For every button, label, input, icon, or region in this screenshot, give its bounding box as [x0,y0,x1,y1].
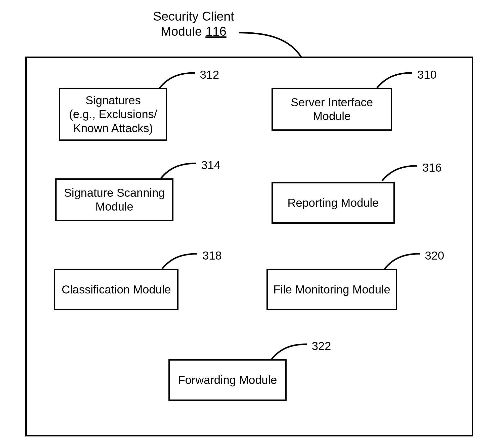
module-box: Server Interface Module [272,88,392,131]
module-line2: Module [96,200,133,213]
module-line1: Reporting Module [287,196,379,209]
ref-number: 318 [202,249,222,262]
ref-number: 312 [200,68,219,81]
module-line2: Module [313,110,351,123]
module-box: Signature Scanning Module [55,178,173,221]
ref-leader-icon [157,70,197,90]
module-file-monitoring: 320 File Monitoring Module [266,251,455,327]
module-line1: Classification Module [62,283,171,296]
title-line2-prefix: Module [161,24,205,38]
module-line2: (e.g., Exclusions/ [69,108,157,121]
ref-number: 310 [417,68,437,81]
module-box: File Monitoring Module [266,269,397,310]
module-forwarding: 322 Forwarding Module [168,342,357,417]
module-line3: Known Attacks) [73,122,153,135]
module-box: Classification Module [54,269,178,310]
ref-leader-icon [382,251,422,271]
module-signature-scanning: 314 Signature Scanning Module [55,161,231,236]
ref-number: 320 [425,249,444,262]
ref-number: 322 [312,339,331,353]
ref-leader-icon [158,161,199,181]
module-server-interface: 310 Server Interface Module [266,70,442,146]
module-box: Forwarding Module [168,359,287,401]
ref-leader-icon [380,163,420,183]
ref-leader-icon [375,70,415,90]
title-leader-icon [236,30,307,60]
ref-number: 314 [201,158,220,172]
module-signatures: 312 Signatures (e.g., Exclusions/ Known … [59,70,235,146]
module-box: Signatures (e.g., Exclusions/ Known Atta… [59,88,167,141]
module-line1: Forwarding Module [178,373,277,386]
module-line1: Server Interface [291,96,373,109]
module-classification: 318 Classification Module [54,251,243,327]
ref-number: 316 [422,161,442,174]
module-line1: File Monitoring Module [273,283,390,296]
module-line1: Signatures [85,94,141,107]
title-number: 116 [205,24,226,38]
module-line1: Signature Scanning [64,186,165,199]
title-line1: Security Client [153,9,234,23]
module-box: Reporting Module [272,182,395,224]
ref-leader-icon [269,342,309,362]
module-reporting: 316 Reporting Module [269,163,458,239]
ref-leader-icon [160,251,200,271]
diagram-canvas: Security Client Module 116 312 Signature… [0,0,494,448]
